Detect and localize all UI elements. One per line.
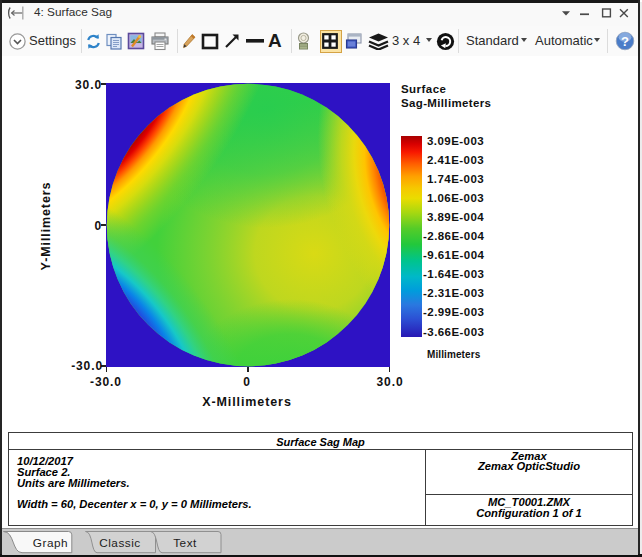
svg-text:Graph: Graph [33, 536, 68, 550]
svg-text:Classic: Classic [99, 536, 141, 550]
svg-text:Text: Text [173, 536, 197, 550]
svg-text:?: ? [621, 34, 629, 49]
